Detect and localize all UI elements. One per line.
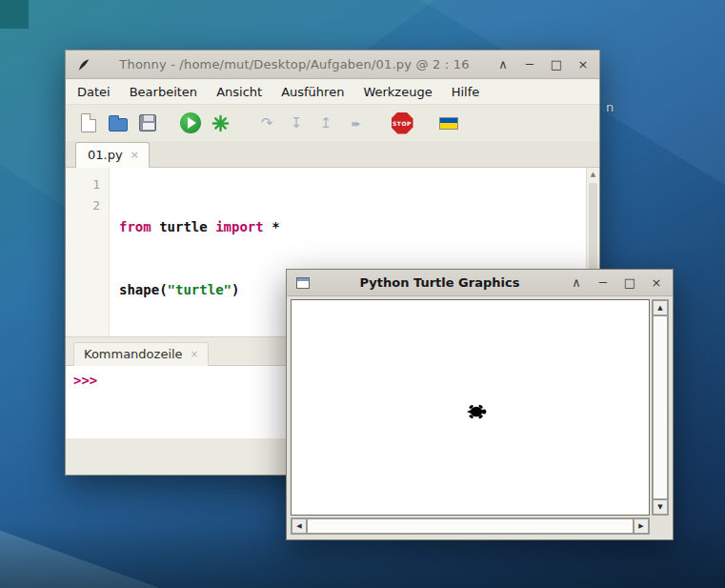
code-token: import bbox=[215, 219, 264, 234]
run-button[interactable] bbox=[179, 112, 202, 134]
step-into-button: ↧ bbox=[285, 112, 308, 134]
rollup-button[interactable]: ∧ bbox=[570, 275, 583, 290]
resume-button: ▸▸ bbox=[344, 112, 367, 134]
shell-tab-close-icon[interactable]: × bbox=[191, 349, 198, 359]
stop-button[interactable]: STOP bbox=[391, 112, 413, 134]
step-out-button: ↥ bbox=[314, 112, 337, 134]
close-button[interactable]: × bbox=[576, 57, 590, 71]
tk-app-icon bbox=[296, 277, 310, 289]
code-token: shape( bbox=[119, 282, 168, 297]
turtle-window-body: ▲ ▼ ◀ ▶ bbox=[287, 296, 673, 538]
canvas-vertical-scrollbar[interactable]: ▲ ▼ bbox=[652, 299, 669, 516]
stop-icon-label: STOP bbox=[393, 120, 412, 127]
desktop-text-fragment: n bbox=[606, 100, 614, 114]
desktop-corner-tile bbox=[0, 0, 29, 29]
code-token: "turtle" bbox=[168, 282, 232, 297]
shell-prompt: >>> bbox=[73, 373, 97, 388]
code-token: turtle bbox=[151, 219, 215, 234]
maximize-button[interactable]: □ bbox=[623, 275, 636, 290]
tab-label: 01.py bbox=[88, 148, 123, 162]
line-number: 2 bbox=[66, 195, 109, 216]
language-flag-button[interactable] bbox=[437, 112, 460, 134]
open-folder-icon bbox=[109, 118, 128, 132]
turtle-window-title: Python Turtle Graphics bbox=[310, 275, 570, 290]
minimize-button[interactable]: ─ bbox=[596, 275, 610, 290]
minimize-button[interactable]: ─ bbox=[523, 57, 536, 71]
rollup-button[interactable]: ∧ bbox=[496, 57, 510, 71]
thonny-app-icon bbox=[75, 56, 92, 73]
maximize-button[interactable]: □ bbox=[550, 57, 563, 71]
shell-tab-kommandozeile[interactable]: Kommandozeile × bbox=[73, 342, 209, 366]
turtle-sprite bbox=[467, 404, 488, 424]
scroll-down-icon[interactable]: ▼ bbox=[653, 499, 668, 515]
save-icon bbox=[139, 114, 156, 132]
line-number: 1 bbox=[66, 174, 109, 195]
thonny-titlebar[interactable]: Thonny - /home/mut/Desktop/Aufgaben/01.p… bbox=[66, 51, 599, 79]
menu-bar: Datei Bearbeiten Ansicht Ausführen Werkz… bbox=[66, 79, 599, 105]
code-token: from bbox=[119, 219, 151, 234]
turtle-graphics-window: Python Turtle Graphics ∧ ─ □ × bbox=[286, 269, 674, 540]
scrollbar-thumb[interactable] bbox=[307, 518, 634, 534]
shell-tab-label: Kommandozeile bbox=[84, 347, 183, 361]
thonny-window-controls: ∧ ─ □ × bbox=[496, 57, 590, 71]
ukraine-flag-icon bbox=[439, 117, 458, 130]
new-file-button[interactable] bbox=[77, 112, 100, 134]
editor-tab-bar: 01.py × bbox=[66, 141, 599, 168]
turtle-window-controls: ∧ ─ □ × bbox=[570, 275, 663, 290]
code-token: ) bbox=[232, 282, 239, 297]
code-token: * bbox=[264, 219, 280, 234]
thonny-window-title: Thonny - /home/mut/Desktop/Aufgaben/01.p… bbox=[92, 57, 496, 71]
stop-icon: STOP bbox=[392, 112, 413, 134]
menu-item-datei[interactable]: Datei bbox=[77, 85, 111, 99]
close-button[interactable]: × bbox=[650, 275, 663, 290]
scrollbar-thumb[interactable] bbox=[653, 315, 668, 499]
menu-item-ansicht[interactable]: Ansicht bbox=[216, 85, 262, 99]
desktop-facet bbox=[0, 506, 159, 588]
menu-item-ausfuehren[interactable]: Ausführen bbox=[281, 85, 344, 99]
debug-icon bbox=[211, 114, 230, 132]
open-file-button[interactable] bbox=[107, 112, 130, 134]
turtle-canvas[interactable] bbox=[291, 299, 650, 516]
step-over-button: ↷ bbox=[255, 112, 278, 134]
line-number-gutter: 1 2 bbox=[66, 168, 110, 336]
scroll-up-icon[interactable]: ▲ bbox=[587, 168, 599, 181]
save-button[interactable] bbox=[136, 112, 159, 134]
scroll-left-icon[interactable]: ◀ bbox=[292, 518, 307, 534]
new-file-icon bbox=[81, 113, 96, 132]
turtle-titlebar[interactable]: Python Turtle Graphics ∧ ─ □ × bbox=[287, 270, 673, 296]
menu-item-bearbeiten[interactable]: Bearbeiten bbox=[130, 85, 197, 99]
code-line-1: from turtle import * bbox=[119, 216, 586, 237]
scroll-right-icon[interactable]: ▶ bbox=[634, 518, 649, 534]
scrollbar-thumb[interactable] bbox=[589, 183, 597, 274]
desktop: n Thonny - /home/mut/Desktop/Aufgaben/01… bbox=[0, 0, 725, 588]
scroll-up-icon[interactable]: ▲ bbox=[653, 300, 668, 315]
tab-01py[interactable]: 01.py × bbox=[75, 142, 150, 168]
canvas-horizontal-scrollbar[interactable]: ◀ ▶ bbox=[291, 517, 650, 535]
debug-button[interactable] bbox=[209, 112, 232, 134]
run-icon bbox=[180, 112, 201, 133]
toolbar: ↷ ↧ ↥ ▸▸ STOP bbox=[66, 105, 599, 141]
menu-item-hilfe[interactable]: Hilfe bbox=[452, 85, 480, 99]
tab-close-icon[interactable]: × bbox=[131, 149, 139, 161]
menu-item-werkzeuge[interactable]: Werkzeuge bbox=[363, 85, 432, 99]
